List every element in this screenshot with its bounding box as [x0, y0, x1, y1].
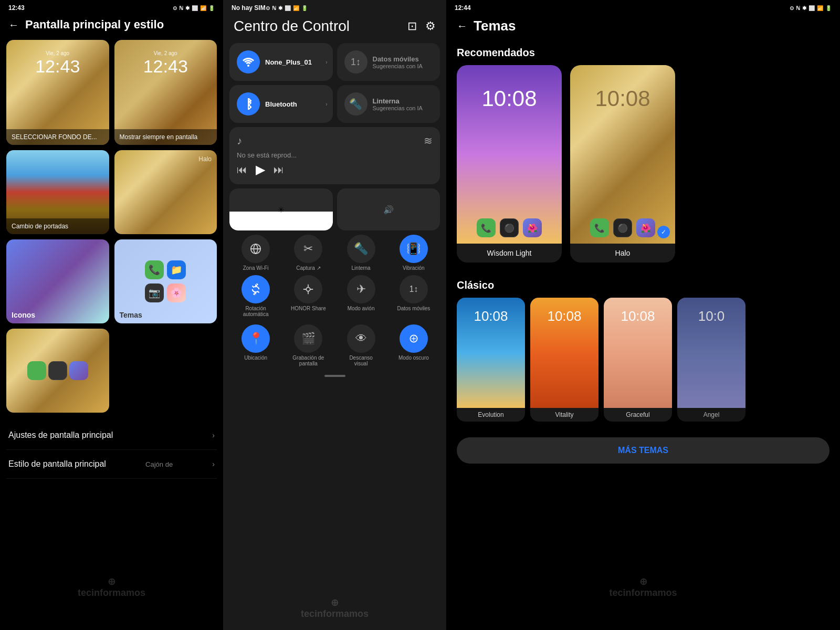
halo-app-gallery: 🌺	[636, 218, 655, 237]
halo-label: Halo	[198, 155, 212, 163]
media-player-tile: ♪ ≋ No se está reprod... ⏮ ▶ ⏭	[229, 127, 440, 184]
lock-screen-card[interactable]: Vie, 2 ago 12:43 SELECCIONAR FONDO DE...	[6, 40, 109, 145]
vibration-tile[interactable]: 📳 Vibración	[395, 235, 432, 271]
app-icon-files: 📁	[167, 260, 186, 279]
themes-mini-phone	[27, 361, 46, 380]
more-themes-button[interactable]: MÁS TEMAS	[457, 437, 830, 464]
bluetooth-icon	[237, 92, 260, 116]
wifi-tile[interactable]: None_Plus_01 ›	[229, 43, 333, 81]
quick-row-3: 📍 Ubicación 🎬 Grabación de pantalla 👁 De…	[223, 324, 446, 366]
auto-rotate-tile[interactable]: Rotación automática	[237, 275, 274, 317]
dark-mode-tile[interactable]: Modo oscuro	[395, 324, 432, 366]
app-icon-gallery: 🌸	[167, 284, 186, 302]
location-label: Ubicación	[244, 355, 267, 361]
flashlight2-tile[interactable]: 🔦 Linterna	[343, 235, 380, 271]
auto-rotate-label: Rotación automática	[237, 306, 274, 317]
halo-theme-card[interactable]: Halo	[114, 150, 217, 234]
p2-title-row: Centro de Control ⊡ ⚙	[223, 14, 446, 43]
always-on-card[interactable]: Vie, 2 ago 12:43 Mostrar siempre en pant…	[114, 40, 217, 145]
icons-preview-row2: 📷 🌸	[145, 284, 186, 302]
menu-item-home-settings[interactable]: Ajustes de pantalla principal ›	[6, 421, 217, 450]
honor-share-label: HONOR Share	[291, 306, 326, 311]
menu-item-style[interactable]: Estilo de pantalla principal Cajón de ›	[6, 450, 217, 479]
wifi-zone-tile[interactable]: Zona Wi-Fi	[237, 235, 274, 271]
edit-icon[interactable]: ⊡	[407, 19, 417, 33]
menu-item-home-label: Ajustes de pantalla principal	[8, 430, 113, 440]
theme-halo[interactable]: 10:08 📞 ⚫ 🌺 ✓ Halo	[570, 65, 675, 262]
classic-themes-row: 10:08 Evolution 10:08 Vitality 10:08 Gra…	[446, 298, 840, 422]
mobile-data-icon: 1↕	[400, 275, 428, 303]
page-title-p3: Temas	[474, 18, 516, 34]
chevron-home: ›	[212, 431, 215, 439]
lock-screen-label: SELECCIONAR FONDO DE...	[6, 129, 109, 145]
graceful-time: 10:08	[604, 308, 672, 324]
flashlight-name: Linterna	[373, 97, 433, 105]
location-tile[interactable]: 📍 Ubicación	[237, 324, 274, 366]
prev-button[interactable]: ⏮	[237, 164, 247, 176]
wallpaper-grid: Vie, 2 ago 12:43 SELECCIONAR FONDO DE...…	[0, 40, 223, 413]
angel-time: 10:0	[677, 308, 746, 324]
data-icon: 1↕	[344, 50, 368, 74]
next-button[interactable]: ⏭	[274, 164, 284, 176]
airplane-tile[interactable]: ✈ Modo avión	[343, 275, 380, 317]
themes-card[interactable]	[6, 329, 109, 413]
status-icons-p1: ⊙ℕ✱⬜📶🔋	[173, 5, 215, 11]
capture-icon: ✂	[294, 235, 322, 263]
watermark-icon-p3: ⊕	[446, 576, 840, 587]
vibration-icon: 📳	[400, 235, 428, 263]
eye-comfort-label: Descanso visual	[343, 355, 380, 366]
theme-wisdom-light[interactable]: 10:08 📞 ⚫ 🌺 Wisdom Light	[457, 65, 562, 262]
time-p1: 12:43	[8, 4, 25, 12]
data-tile[interactable]: 1↕ Datos móviles Sugerencias con IA	[337, 43, 440, 81]
screen-record-label: Grabación de pantalla	[290, 355, 327, 366]
recommended-themes-row: 10:08 📞 ⚫ 🌺 Wisdom Light 10:08 📞 ⚫ 🌺 ✓	[446, 65, 840, 262]
status-bar-p2: No hay SIM ⊙ℕ✱⬜📶🔋	[223, 0, 446, 14]
cc-title: Centro de Control	[234, 18, 350, 35]
media-controls: ⏮ ▶ ⏭	[237, 162, 433, 177]
evolution-preview: 10:08	[457, 298, 525, 408]
theme-vitality[interactable]: 10:08 Vitality	[530, 298, 598, 422]
fonts-card[interactable]: Iconos	[6, 239, 109, 323]
wallpaper-change-card[interactable]: Cambio de portadas	[6, 150, 109, 234]
airplane-label: Modo avión	[348, 306, 375, 311]
honor-share-tile[interactable]: HONOR Share	[290, 275, 327, 317]
quick-row-2: Rotación automática HONOR Share ✈ Modo a…	[223, 275, 446, 317]
wisdom-app-gallery: 🌺	[523, 218, 542, 237]
mobile-data-label: Datos móviles	[397, 306, 430, 311]
status-icons-p2: ⊙ℕ✱⬜📶🔋	[266, 4, 308, 12]
theme-graceful[interactable]: 10:08 Graceful	[604, 298, 672, 422]
svg-point-2	[307, 287, 310, 291]
bluetooth-tile[interactable]: Bluetooth ›	[229, 85, 333, 123]
back-button-p1[interactable]: ←	[8, 19, 19, 31]
icons-card[interactable]: 📞 📁 📷 🌸 Temas	[114, 239, 217, 323]
cc-top-grid: None_Plus_01 › 1↕ Datos móviles Sugerenc…	[223, 43, 446, 123]
screen-record-tile[interactable]: 🎬 Grabación de pantalla	[290, 324, 327, 366]
capture-tile[interactable]: ✂ Captura ↗	[290, 235, 327, 271]
back-button-p3[interactable]: ←	[457, 20, 467, 32]
recommended-section-title: Recomendados	[446, 43, 840, 65]
always-on-label: Mostrar siempre en pantalla	[114, 129, 217, 145]
data-info: Datos móviles Sugerencias con IA	[373, 55, 433, 69]
music-note-icon: ♪	[237, 135, 242, 147]
lock-clock: 12:43	[6, 56, 109, 77]
settings-icon[interactable]: ⚙	[425, 19, 436, 33]
lock-time-overlay: Vie, 2 ago 12:43	[6, 50, 109, 77]
cc-header-icons: ⊡ ⚙	[407, 19, 436, 33]
chevron-style: ›	[212, 460, 215, 468]
eye-comfort-tile[interactable]: 👁 Descanso visual	[343, 324, 380, 366]
volume-slider[interactable]: 🔊	[337, 188, 440, 230]
brightness-slider[interactable]: ☀	[229, 188, 333, 230]
vibration-label: Vibración	[403, 265, 425, 271]
quick-row-1: Zona Wi-Fi ✂ Captura ↗ 🔦 Linterna 📳 Vibr…	[223, 235, 446, 271]
theme-angel[interactable]: 10:0 Angel	[677, 298, 746, 422]
auto-rotate-icon	[242, 275, 270, 303]
play-button[interactable]: ▶	[256, 162, 265, 177]
wifi-icon	[237, 50, 260, 74]
halo-name: Halo	[570, 244, 675, 262]
theme-evolution[interactable]: 10:08 Evolution	[457, 298, 525, 422]
flashlight-tile[interactable]: 🔦 Linterna Sugerencias con IA	[337, 85, 440, 123]
mobile-data-tile[interactable]: 1↕ Datos móviles	[395, 275, 432, 317]
evolution-name: Evolution	[457, 408, 525, 422]
wifi-name: None_Plus_01	[265, 58, 326, 66]
wifi-zone-icon	[242, 235, 270, 263]
